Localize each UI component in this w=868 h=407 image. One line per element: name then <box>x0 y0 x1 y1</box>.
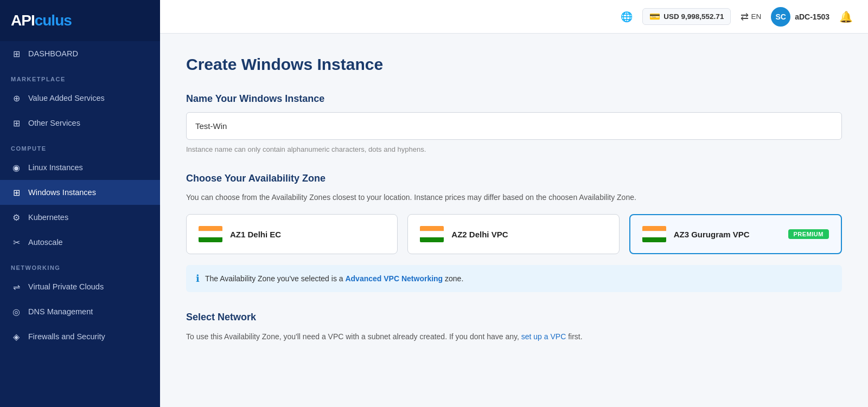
sidebar-item-label: Other Services <box>28 119 80 127</box>
logo: APIculus <box>11 12 72 29</box>
vpc-icon: ⇌ <box>11 281 22 292</box>
india-flag-az2 <box>420 226 444 242</box>
sidebar-item-value-added-services[interactable]: ⊕ Value Added Services <box>0 86 160 111</box>
wallet-icon: 💳 <box>649 11 660 22</box>
main-area: 🌐 💳 USD 9,998,552.71 ⇄ EN SC aDC-1503 🔔 … <box>160 0 868 407</box>
dashboard-icon: ⊞ <box>11 48 22 59</box>
flag-stripe-bot <box>420 237 444 242</box>
dns-icon: ◎ <box>11 306 22 317</box>
username: aDC-1503 <box>795 12 829 21</box>
sidebar-item-label: Virtual Private Clouds <box>28 282 104 291</box>
language-label: EN <box>751 12 761 21</box>
az-card-az3[interactable]: AZ3 Gurugram VPC PREMIUM <box>629 214 842 254</box>
balance-display[interactable]: 💳 USD 9,998,552.71 <box>642 8 731 25</box>
name-hint: Instance name can only contain alphanume… <box>186 145 842 153</box>
az1-name: AZ1 Delhi EC <box>230 230 281 239</box>
other-services-icon: ⊞ <box>11 118 22 128</box>
sidebar: APIculus ⊞ DASHBOARD MARKETPLACE ⊕ Value… <box>0 0 160 407</box>
network-section-heading: Select Network <box>186 312 842 323</box>
info-text: The Availability Zone you've selected is… <box>205 274 463 283</box>
windows-icon: ⊞ <box>11 187 22 198</box>
globe-icon: 🌐 <box>621 11 633 23</box>
sidebar-item-other-services[interactable]: ⊞ Other Services <box>0 111 160 135</box>
info-icon: ℹ <box>196 273 200 285</box>
notification-bell[interactable]: 🔔 <box>839 10 853 23</box>
page-content: Create Windows Instance Name Your Window… <box>160 34 868 407</box>
az-cards: AZ1 Delhi EC AZ2 Delhi VPC AZ3 Gurugram <box>186 214 842 254</box>
sidebar-item-label: DASHBOARD <box>28 49 78 58</box>
flag-stripe-mid <box>420 231 444 237</box>
sidebar-item-label: Autoscale <box>28 238 63 247</box>
page-title: Create Windows Instance <box>186 55 842 74</box>
avatar: SC <box>771 7 790 27</box>
language-selector[interactable]: ⇄ EN <box>741 11 761 23</box>
az-description: You can choose from the Availability Zon… <box>186 192 842 203</box>
az3-name: AZ3 Gurugram VPC <box>674 230 750 239</box>
autoscale-icon: ✂ <box>11 237 22 248</box>
india-flag-az1 <box>199 226 222 242</box>
flag-stripe-mid <box>642 231 666 237</box>
az-info-box: ℹ The Availability Zone you've selected … <box>186 265 842 292</box>
india-flag-az3 <box>642 226 666 242</box>
sidebar-item-autoscale[interactable]: ✂ Autoscale <box>0 230 160 255</box>
networking-label: NETWORKING <box>0 255 160 274</box>
flag-stripe-top <box>199 226 222 231</box>
az-card-az2[interactable]: AZ2 Delhi VPC <box>407 214 619 254</box>
sidebar-item-label: Value Added Services <box>28 94 105 102</box>
sidebar-item-dashboard[interactable]: ⊞ DASHBOARD <box>0 41 160 66</box>
sidebar-item-label: DNS Management <box>28 307 93 316</box>
sidebar-item-firewalls[interactable]: ◈ Firewalls and Security <box>0 324 160 349</box>
sidebar-item-label: Firewalls and Security <box>28 332 105 341</box>
name-input-wrapper <box>186 112 842 140</box>
balance-amount: USD 9,998,552.71 <box>663 12 724 21</box>
firewalls-icon: ◈ <box>11 331 22 342</box>
setup-vpc-link[interactable]: set up a VPC <box>521 332 566 341</box>
vas-icon: ⊕ <box>11 93 22 104</box>
sidebar-item-linux-instances[interactable]: ◉ Linux Instances <box>0 155 160 180</box>
instance-name-input[interactable] <box>195 113 833 139</box>
name-section-heading: Name Your Windows Instance <box>186 93 842 105</box>
az-card-az1[interactable]: AZ1 Delhi EC <box>186 214 398 254</box>
sidebar-item-kubernetes[interactable]: ⚙ Kubernetes <box>0 205 160 230</box>
logo-area: APIculus <box>0 0 160 41</box>
flag-stripe-top <box>420 226 444 231</box>
sidebar-item-label: Linux Instances <box>28 163 83 172</box>
az2-name: AZ2 Delhi VPC <box>451 230 508 239</box>
sidebar-item-label: Kubernetes <box>28 213 68 222</box>
premium-badge: PREMIUM <box>788 229 829 239</box>
flag-stripe-bot <box>199 237 222 242</box>
user-area[interactable]: SC aDC-1503 <box>771 7 829 27</box>
sidebar-item-windows-instances[interactable]: ⊞ Windows Instances <box>0 180 160 205</box>
marketplace-label: MARKETPLACE <box>0 66 160 86</box>
kubernetes-icon: ⚙ <box>11 212 22 223</box>
topbar: 🌐 💳 USD 9,998,552.71 ⇄ EN SC aDC-1503 🔔 <box>160 0 868 34</box>
flag-stripe-bot <box>642 237 666 242</box>
linux-icon: ◉ <box>11 162 22 173</box>
flag-stripe-top <box>642 226 666 231</box>
flag-stripe-mid <box>199 231 222 237</box>
sidebar-item-vpc[interactable]: ⇌ Virtual Private Clouds <box>0 274 160 299</box>
compute-label: COMPUTE <box>0 135 160 155</box>
sidebar-item-label: Windows Instances <box>28 188 96 197</box>
sidebar-item-dns[interactable]: ◎ DNS Management <box>0 299 160 324</box>
network-description: To use this Availability Zone, you'll ne… <box>186 331 842 343</box>
az-section-heading: Choose Your Availability Zone <box>186 173 842 184</box>
globe-button[interactable]: 🌐 <box>621 11 633 23</box>
translate-icon: ⇄ <box>741 11 749 23</box>
